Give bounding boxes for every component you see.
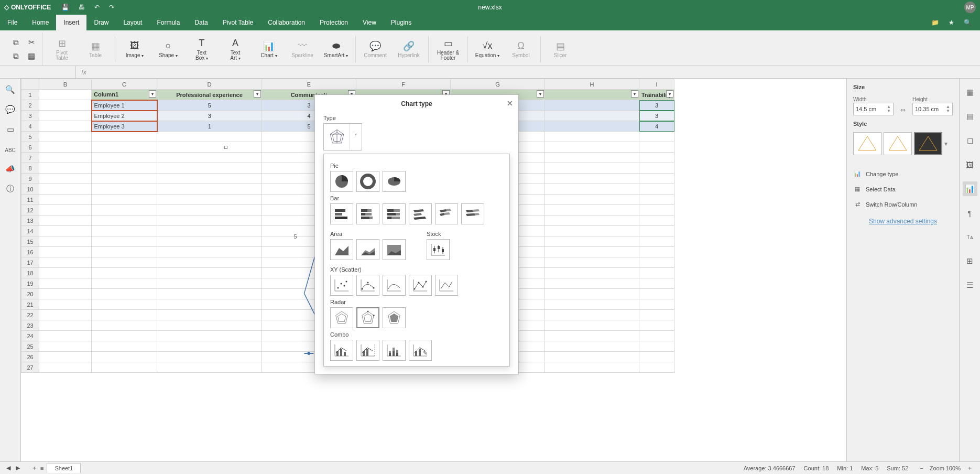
cell[interactable] (157, 362, 262, 373)
add-sheet-icon[interactable]: ＋ (31, 464, 37, 472)
area-stacked-type[interactable] (356, 239, 379, 260)
ribbon-shape[interactable]: ○Shape ▾ (154, 39, 182, 59)
area-100-stacked-type[interactable] (383, 239, 406, 260)
width-input[interactable]: 14.5 cm▲▼ (853, 103, 894, 115)
menu-view[interactable]: View (355, 15, 384, 30)
menu-draw[interactable]: Draw (86, 15, 116, 30)
cell[interactable] (39, 236, 92, 247)
paste-special-icon[interactable]: ▦ (26, 51, 37, 61)
cell[interactable] (639, 236, 674, 247)
cell[interactable] (639, 174, 674, 184)
cell[interactable]: Employee 2 (92, 111, 157, 121)
cell[interactable] (92, 310, 157, 320)
combo-custom-type[interactable]: ✎ (409, 340, 432, 361)
select-data-link[interactable]: ▦Select Data (853, 184, 953, 194)
menu-pivot-table[interactable]: Pivot Table (215, 15, 260, 30)
row-header[interactable]: 12 (21, 205, 39, 216)
col-header-H[interactable]: H (545, 79, 639, 90)
cell[interactable] (545, 310, 639, 320)
undo-icon[interactable]: ↶ (94, 4, 100, 11)
cell[interactable]: 1 (157, 121, 262, 132)
cell[interactable]: 4 (639, 121, 674, 132)
cell[interactable] (639, 278, 674, 289)
row-header[interactable]: 23 (21, 320, 39, 331)
about-icon[interactable]: ⓘ (6, 184, 14, 194)
cell[interactable] (639, 247, 674, 257)
cell[interactable] (39, 247, 92, 257)
cell[interactable] (39, 184, 92, 195)
zoom-out-icon[interactable]: − (920, 465, 923, 471)
cell[interactable] (39, 299, 92, 310)
cell[interactable] (39, 216, 92, 226)
zoom-level[interactable]: Zoom 100% (930, 465, 961, 471)
menu-plugins[interactable]: Plugins (384, 15, 419, 30)
cell[interactable] (157, 132, 262, 142)
bar-stacked-type[interactable] (356, 203, 379, 224)
cell[interactable] (39, 257, 92, 268)
cell[interactable]: 3 (157, 111, 262, 121)
cell[interactable] (545, 299, 639, 310)
bar-100-stacked-type[interactable] (383, 203, 406, 224)
menu-collaboration[interactable]: Collaboration (260, 15, 312, 30)
save-icon[interactable]: 💾 (61, 4, 69, 11)
scatter-lines-markers-type[interactable] (409, 275, 432, 296)
bar-clustered-type[interactable] (330, 203, 353, 224)
cell[interactable] (92, 132, 157, 142)
cell[interactable] (39, 205, 92, 216)
row-header[interactable]: 10 (21, 184, 39, 195)
favorite-icon[interactable]: ★ (949, 19, 954, 26)
cell[interactable] (639, 289, 674, 299)
cell[interactable] (39, 195, 92, 205)
user-avatar[interactable]: MP (964, 2, 976, 13)
combo-col-line-type[interactable] (330, 340, 353, 361)
cell[interactable] (545, 341, 639, 352)
row-header[interactable]: 4 (21, 121, 39, 132)
row-header[interactable]: 16 (21, 247, 39, 257)
row-header[interactable]: 7 (21, 153, 39, 163)
cell[interactable] (545, 121, 639, 132)
scatter-lines-type[interactable] (435, 275, 458, 296)
cell[interactable] (545, 320, 639, 331)
cell[interactable]: Column1▾ (92, 90, 157, 100)
cell[interactable] (39, 142, 92, 153)
ribbon-text-box[interactable]: TTextBox ▾ (188, 37, 216, 62)
cell[interactable] (545, 163, 639, 174)
menu-layout[interactable]: Layout (116, 15, 149, 30)
ribbon-chart[interactable]: 📊Chart ▾ (255, 39, 283, 59)
cell[interactable] (39, 278, 92, 289)
cell[interactable] (545, 352, 639, 362)
row-header[interactable]: 26 (21, 352, 39, 362)
row-header[interactable]: 27 (21, 362, 39, 373)
cell[interactable] (39, 341, 92, 352)
cell[interactable] (39, 226, 92, 236)
cell[interactable] (545, 132, 639, 142)
pivot-settings-icon[interactable]: ⊞ (963, 254, 977, 268)
slicer-settings-icon[interactable]: ☰ (963, 278, 977, 293)
chart-style-1[interactable] (853, 132, 881, 155)
cell[interactable] (92, 236, 157, 247)
cell[interactable] (92, 142, 157, 153)
stock-type[interactable] (427, 239, 450, 260)
bar-3d-stacked-type[interactable] (435, 203, 458, 224)
ribbon-image[interactable]: 🖼Image ▾ (121, 39, 149, 59)
scatter-smooth-markers-type[interactable] (356, 275, 379, 296)
select-all-corner[interactable] (21, 79, 39, 90)
switch-row-col-link[interactable]: ⇄Switch Row/Column (853, 199, 953, 209)
bar-3d-clustered-type[interactable] (409, 203, 432, 224)
cell[interactable]: 3 (639, 111, 674, 121)
filter-dropdown-icon[interactable]: ▾ (631, 90, 638, 98)
cell[interactable] (92, 247, 157, 257)
open-location-icon[interactable]: 📁 (931, 19, 939, 26)
ribbon-equation[interactable]: √xEquation ▾ (473, 39, 502, 59)
all-sheets-icon[interactable]: ≡ (40, 465, 43, 471)
menu-file[interactable]: File (0, 15, 25, 30)
menu-insert[interactable]: Insert (56, 15, 86, 30)
filter-dropdown-icon[interactable]: ▾ (254, 90, 261, 98)
print-icon[interactable]: 🖶 (79, 4, 85, 11)
cell[interactable] (639, 268, 674, 278)
cell[interactable] (92, 278, 157, 289)
formula-input[interactable] (92, 66, 980, 78)
fx-icon[interactable]: fx (76, 69, 92, 76)
name-box[interactable] (0, 66, 76, 78)
row-header[interactable]: 17 (21, 257, 39, 268)
